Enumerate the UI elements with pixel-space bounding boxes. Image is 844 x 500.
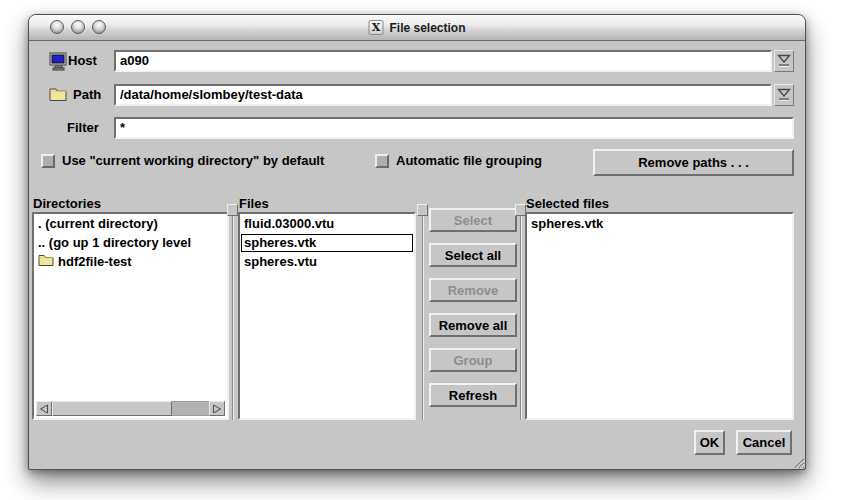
splitter-handle[interactable] <box>227 204 238 216</box>
chevron-down-icon <box>777 54 791 63</box>
host-label: Host <box>68 50 97 72</box>
combo-bar <box>779 98 789 101</box>
path-dropdown-button[interactable] <box>774 84 794 106</box>
refresh-button[interactable]: Refresh <box>429 383 517 407</box>
list-item[interactable]: . (current directory) <box>35 215 226 233</box>
file-selection-dialog: X File selection Host a090 Path /data/ho… <box>28 14 806 470</box>
file-entry-label: spheres.vtk <box>244 235 316 251</box>
cancel-button[interactable]: Cancel <box>736 430 792 455</box>
combo-bar <box>779 64 789 67</box>
use-cwd-label: Use "current working directory" by defau… <box>62 152 324 170</box>
zoom-button[interactable] <box>92 20 106 34</box>
host-dropdown-button[interactable] <box>774 50 794 72</box>
remove-paths-button[interactable]: Remove paths . . . <box>593 149 794 176</box>
files-pane-label: Files <box>239 196 269 211</box>
ok-button[interactable]: OK <box>694 430 725 455</box>
computer-icon <box>49 52 68 75</box>
list-item-selected[interactable]: spheres.vtk <box>241 234 413 252</box>
title-bar[interactable]: X File selection <box>29 15 805 41</box>
host-input[interactable]: a090 <box>114 50 772 72</box>
path-input[interactable]: /data/home/slombey/test-data <box>114 84 772 106</box>
select-button[interactable]: Select <box>429 208 517 232</box>
splitter-groove <box>422 206 424 420</box>
window-title: File selection <box>389 21 465 35</box>
directories-list[interactable]: . (current directory) .. (go up 1 direct… <box>32 212 229 420</box>
selected-files-pane-label: Selected files <box>526 196 609 211</box>
auto-grouping-label: Automatic file grouping <box>396 152 542 170</box>
list-item[interactable]: fluid.03000.vtu <box>241 215 413 233</box>
horizontal-scrollbar[interactable] <box>36 401 225 416</box>
scroll-right-button[interactable] <box>209 401 225 416</box>
directories-pane-label: Directories <box>33 196 101 211</box>
filter-input[interactable]: * <box>114 117 794 139</box>
auto-grouping-checkbox[interactable] <box>375 154 389 168</box>
folder-icon <box>49 87 67 105</box>
splitter-groove <box>520 206 522 420</box>
file-entry-label: spheres.vtu <box>244 254 317 270</box>
scrollbar-track[interactable] <box>172 401 209 416</box>
list-item[interactable]: hdf2file-test <box>35 253 226 271</box>
arrow-left-icon <box>39 404 49 414</box>
scrollbar-thumb[interactable] <box>52 401 172 416</box>
path-label: Path <box>73 84 101 106</box>
filter-label: Filter <box>67 117 99 139</box>
directory-entry-label: hdf2file-test <box>58 254 132 270</box>
files-list[interactable]: fluid.03000.vtu spheres.vtk spheres.vtu <box>238 212 416 420</box>
select-all-button[interactable]: Select all <box>429 243 517 267</box>
resize-grip[interactable] <box>791 455 805 473</box>
scroll-left-button[interactable] <box>36 401 52 416</box>
splitter-groove <box>232 206 234 420</box>
arrow-right-icon <box>212 404 222 414</box>
selected-files-list[interactable]: spheres.vtk <box>525 212 794 420</box>
window-title-group: X File selection <box>368 15 465 40</box>
directory-entry-label: . (current directory) <box>38 216 158 232</box>
file-entry-label: fluid.03000.vtu <box>244 216 334 232</box>
directory-entry-label: .. (go up 1 directory level <box>38 235 191 251</box>
remove-all-button[interactable]: Remove all <box>429 313 517 337</box>
group-button[interactable]: Group <box>429 348 517 372</box>
splitter-handle[interactable] <box>417 204 428 216</box>
list-item[interactable]: spheres.vtu <box>241 253 413 271</box>
list-item[interactable]: .. (go up 1 directory level <box>35 234 226 252</box>
chevron-down-icon <box>777 88 791 97</box>
selected-file-entry-label: spheres.vtk <box>531 216 603 232</box>
use-cwd-checkbox[interactable] <box>41 154 55 168</box>
x11-app-icon: X <box>368 20 383 35</box>
folder-icon <box>38 254 54 270</box>
list-item[interactable]: spheres.vtk <box>528 215 791 233</box>
remove-button[interactable]: Remove <box>429 278 517 302</box>
minimize-button[interactable] <box>71 20 85 34</box>
close-button[interactable] <box>50 20 64 34</box>
